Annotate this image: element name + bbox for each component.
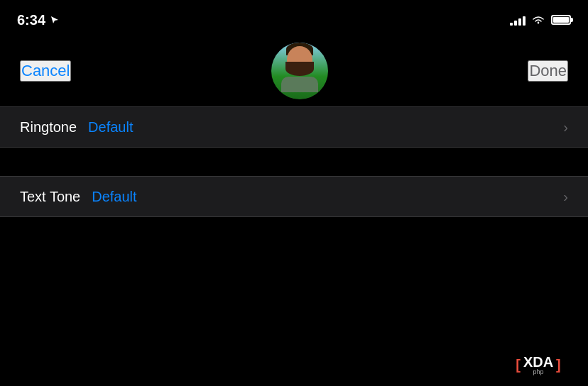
face-beard (285, 62, 314, 76)
cancel-button[interactable]: Cancel (20, 60, 71, 82)
face-shirt (281, 77, 318, 92)
status-time: 6:34 (17, 12, 60, 28)
text-tone-chevron-icon: › (563, 189, 568, 205)
status-bar: 6:34 (0, 0, 588, 35)
ringtone-label: Ringtone (20, 119, 77, 136)
avatar-container (271, 43, 328, 99)
xda-bracket-open: [ (516, 357, 521, 373)
signal-bar-2 (514, 21, 517, 26)
xda-watermark: [ XDA php ] (489, 343, 588, 386)
text-tone-value: Default (92, 189, 136, 205)
xda-logo: [ XDA php ] (516, 355, 561, 375)
section-gap (0, 148, 588, 176)
avatar (271, 43, 328, 99)
ringtone-section: Ringtone Default › (0, 107, 588, 147)
xda-letters: XDA (523, 355, 553, 369)
text-tone-bottom-divider (0, 216, 588, 217)
battery-icon (551, 15, 571, 25)
signal-bar-1 (510, 23, 513, 26)
avatar-face (281, 46, 318, 92)
text-tone-label: Text Tone (20, 189, 80, 205)
ringtone-row-left: Ringtone Default (20, 119, 133, 136)
status-icons (510, 14, 571, 26)
ringtone-row[interactable]: Ringtone Default › (0, 107, 588, 147)
text-tone-row[interactable]: Text Tone Default › (0, 177, 588, 216)
xda-center: XDA php (523, 355, 553, 375)
xda-sub: php (533, 369, 543, 375)
location-arrow-icon (50, 15, 60, 25)
time-display: 6:34 (17, 12, 45, 28)
ringtone-chevron-icon: › (563, 119, 568, 136)
signal-icon (510, 14, 526, 26)
text-tone-section: Text Tone Default › (0, 177, 588, 216)
signal-bar-4 (523, 16, 526, 26)
done-button[interactable]: Done (528, 60, 568, 82)
ringtone-value: Default (88, 119, 133, 136)
xda-bracket-close: ] (556, 357, 561, 373)
text-tone-row-left: Text Tone Default (20, 189, 137, 205)
nav-bar: Cancel Done (0, 35, 588, 106)
signal-bar-3 (518, 18, 521, 26)
wifi-icon (531, 14, 545, 26)
